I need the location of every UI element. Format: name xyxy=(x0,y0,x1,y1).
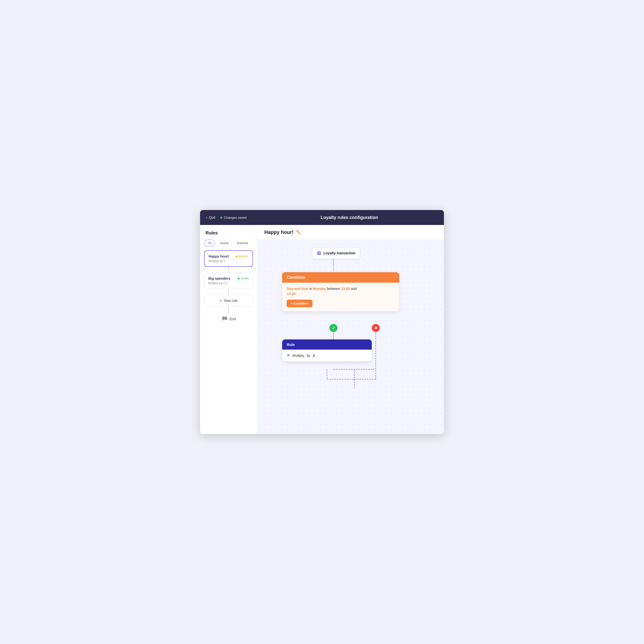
connector-line-3 xyxy=(228,307,229,313)
edit-icon[interactable]: ✏️ xyxy=(296,230,301,235)
connector-line-2 xyxy=(228,289,229,295)
connector-line-1 xyxy=(228,267,229,273)
condition-header-label: Condition xyxy=(287,275,305,279)
multiply-by-label: by xyxy=(307,354,310,358)
rule-block: Rule ✕ Multiply by 2 xyxy=(282,339,372,361)
false-circle: ✕ xyxy=(372,324,380,332)
condition-day-value: Monday xyxy=(313,287,326,291)
filter-tab-all[interactable]: All xyxy=(204,240,215,246)
condition-and: and xyxy=(351,287,357,291)
rule-block-header: Rule xyxy=(282,339,372,350)
end-label: End xyxy=(230,317,236,321)
quit-label: Quit xyxy=(209,215,215,219)
filter-tab-inactive[interactable]: Inactive xyxy=(233,240,252,246)
add-condition-label: + Condition xyxy=(291,302,309,305)
header-left: ‹ Quit Changes saved xyxy=(206,215,261,220)
condition-header: Condition xyxy=(282,272,399,283)
add-condition-button[interactable]: + Condition xyxy=(287,300,313,307)
rule-card-big-spenders[interactable]: Big spenders Active Multiply by 0.2 xyxy=(204,273,253,289)
condition-day-time-label: Day and time xyxy=(287,287,308,291)
canvas-header: Happy hour! ✏️ xyxy=(257,225,444,240)
rule-card-big-spenders-sub: Multiply by 0.2 xyxy=(208,281,249,285)
condition-time2: 14:00 xyxy=(287,292,296,296)
loyalty-transaction-node: ⊞ Loyalty transaction xyxy=(312,247,360,259)
loyalty-transaction-label: Loyalty transaction xyxy=(323,251,355,255)
rule-card-happy-hour-sub: Multiply by 2 xyxy=(209,259,249,263)
changes-saved-label: Changes saved xyxy=(224,216,246,219)
app-container: ‹ Quit Changes saved Loyalty rules confi… xyxy=(200,210,444,434)
canvas-body: ⊞ Loyalty transaction Condition Day and … xyxy=(257,240,444,433)
condition-between: between xyxy=(327,287,341,291)
status-text-inactive: Inactive xyxy=(238,255,249,258)
new-rule-card[interactable]: + New rule xyxy=(204,295,253,307)
rule-card-happy-hour[interactable]: Happy hour! Inactive Multiply by 2 xyxy=(204,250,253,267)
filter-tab-active[interactable]: Active xyxy=(216,240,232,246)
status-dot-active-icon xyxy=(238,278,240,279)
multiply-x-icon: ✕ xyxy=(287,353,290,358)
rule-card-happy-hour-header: Happy hour! Inactive xyxy=(209,254,249,258)
condition-is: is xyxy=(309,287,313,291)
multiply-row: ✕ Multiply by 2 xyxy=(287,353,367,358)
condition-text: Day and time is Monday between 13:00 and… xyxy=(287,286,395,297)
x-icon: ✕ xyxy=(374,326,377,330)
new-rule-label: New rule xyxy=(224,299,238,303)
canvas: Happy hour! ✏️ xyxy=(257,225,444,434)
changes-saved-indicator: Changes saved xyxy=(220,216,246,219)
sidebar-title: Rules xyxy=(200,225,257,240)
status-text-active: Active xyxy=(241,277,249,280)
rule-card-big-spenders-header: Big spenders Active xyxy=(208,276,249,280)
main-layout: Rules All Active Inactive Happy hour! In… xyxy=(200,225,444,434)
chevron-left-icon: ‹ xyxy=(206,215,207,220)
saved-dot-icon xyxy=(220,216,222,219)
condition-body: Day and time is Monday between 13:00 and… xyxy=(282,283,399,311)
condition-block: Condition Day and time is Monday between… xyxy=(282,272,399,311)
canvas-title: Happy hour! xyxy=(264,229,294,235)
flow-svg xyxy=(257,240,444,433)
plus-icon: + xyxy=(219,298,222,303)
quit-button[interactable]: ‹ Quit xyxy=(206,215,215,220)
multiply-value: 2 xyxy=(313,354,315,358)
checkered-flag-icon: 🏁 xyxy=(221,316,228,322)
sidebar-rules: Happy hour! Inactive Multiply by 2 Big s… xyxy=(200,250,257,324)
rule-block-body: ✕ Multiply by 2 xyxy=(282,350,372,361)
true-circle: ✓ xyxy=(329,324,337,332)
status-badge-inactive: Inactive xyxy=(236,255,249,258)
checkmark-icon: ✓ xyxy=(332,326,335,330)
multiply-label: Multiply xyxy=(292,354,304,358)
end-node: 🏁 End xyxy=(221,314,236,324)
rule-block-header-label: Rule xyxy=(287,342,295,347)
status-badge-active: Active xyxy=(238,277,249,280)
rule-card-big-spenders-name: Big spenders xyxy=(208,276,230,280)
qr-icon: ⊞ xyxy=(317,250,321,256)
header-title: Loyalty rules configuration xyxy=(261,215,438,220)
rule-card-happy-hour-name: Happy hour! xyxy=(209,254,229,258)
header: ‹ Quit Changes saved Loyalty rules confi… xyxy=(200,210,444,225)
condition-time1: 13:00 xyxy=(341,287,350,291)
filter-tabs: All Active Inactive xyxy=(200,240,257,250)
sidebar: Rules All Active Inactive Happy hour! In… xyxy=(200,225,257,434)
status-dot-inactive-icon xyxy=(236,256,237,257)
